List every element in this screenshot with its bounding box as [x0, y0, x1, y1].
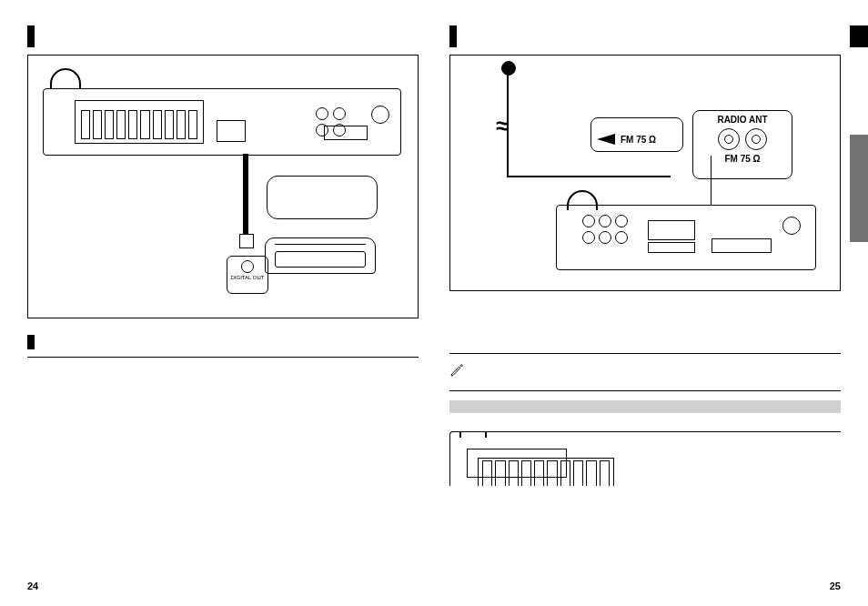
receiver-rear-panel — [449, 431, 841, 486]
coax-port-icon — [718, 128, 740, 150]
highlight-bar — [449, 400, 841, 413]
antenna-tip-icon — [501, 61, 516, 76]
receiver-rear-panel-partial — [556, 205, 816, 270]
page-edge-tab-side — [850, 135, 868, 242]
hdmi-slot — [712, 238, 772, 253]
left-column: DIGITAL OUT — [27, 25, 419, 486]
power-cable-icon — [50, 68, 81, 88]
callout-fm-plug: FM 75 Ω — [590, 117, 683, 152]
hdmi-slot — [324, 126, 368, 140]
speaker-terminal-bank — [478, 458, 614, 486]
page-edge-tab-top — [850, 25, 868, 47]
antenna-wire-horizontal — [507, 176, 671, 177]
port-block — [648, 242, 695, 253]
section-marker — [27, 335, 35, 349]
optical-port-icon — [241, 260, 254, 273]
antenna-port-pair — [693, 128, 792, 150]
coax-port-icon — [745, 128, 767, 150]
figure-rear-panel-crop — [449, 431, 841, 486]
plug-icon — [597, 134, 615, 145]
optical-cable — [243, 154, 248, 236]
set-top-box-tray — [275, 251, 366, 268]
divider — [449, 353, 841, 354]
antenna-jack — [782, 217, 801, 235]
page-number-right: 25 — [830, 581, 841, 591]
pencil-icon — [449, 363, 464, 381]
figure-fm-antenna: ≈ FM 75 Ω RADIO ANT FM 75 Ω — [449, 55, 841, 291]
section-marker — [27, 25, 35, 47]
spread: DIGITAL OUT ≈ FM 75 Ω RADIO ANT — [0, 0, 868, 486]
callout-balloon — [267, 176, 378, 219]
radio-ant-title: RADIO ANT — [693, 115, 792, 125]
note-block — [449, 353, 841, 413]
power-cable-icon — [567, 190, 598, 210]
optical-plug — [239, 234, 254, 248]
figure-digital-connection: DIGITAL OUT — [27, 55, 419, 318]
receiver-rear-panel — [43, 88, 401, 156]
right-column: ≈ FM 75 Ω RADIO ANT FM 75 Ω — [449, 25, 841, 486]
av-jacks — [316, 107, 346, 120]
digital-out-label: DIGITAL OUT — [230, 275, 264, 280]
fm-label: FM 75 Ω — [621, 135, 656, 145]
divider — [449, 390, 841, 391]
page-number-left: 24 — [27, 581, 38, 591]
aux-block — [217, 120, 246, 142]
antenna-jack — [371, 106, 389, 124]
divider — [27, 357, 419, 358]
section-marker — [449, 25, 457, 47]
digital-out-callout: DIGITAL OUT — [227, 256, 268, 294]
power-cable-icon — [459, 431, 487, 438]
antenna-coil-icon: ≈ — [496, 112, 509, 140]
set-top-box — [265, 237, 376, 274]
port-block — [648, 220, 695, 240]
speaker-terminal-bank — [75, 100, 204, 144]
